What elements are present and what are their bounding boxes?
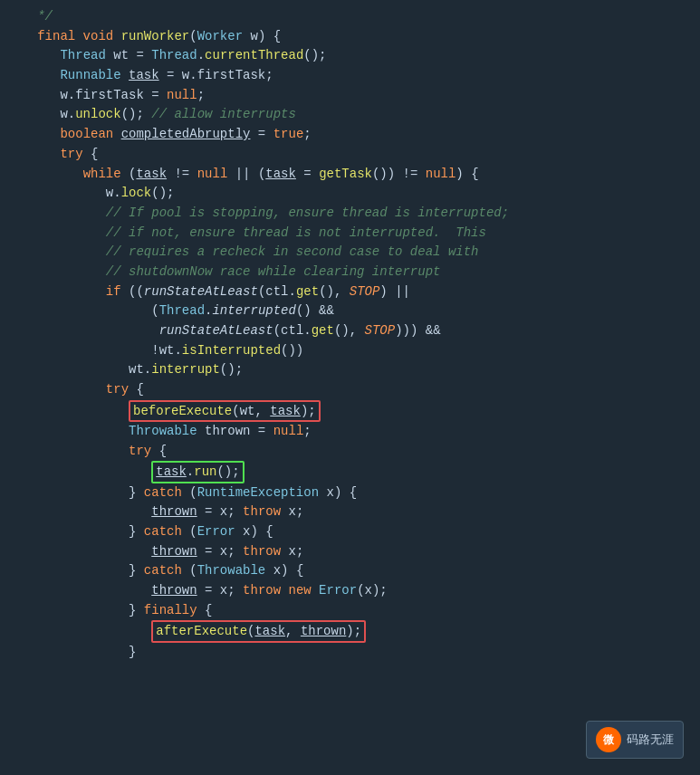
task-run-box: task.run(); bbox=[151, 461, 244, 483]
code-line-24: task.run(); bbox=[14, 461, 700, 483]
watermark-icon: 微 bbox=[596, 727, 621, 752]
code-line-3: Thread wt = Thread.currentThread(); bbox=[14, 46, 700, 66]
watermark: 微 码路无涯 bbox=[586, 721, 684, 759]
code-line-26: thrown = x; throw x; bbox=[14, 502, 700, 522]
code-line-28: thrown = x; throw x; bbox=[14, 542, 700, 562]
code-line-10: w.lock(); bbox=[14, 184, 700, 204]
code-line-5: w.firstTask = null; bbox=[14, 86, 700, 106]
code-line-11: // If pool is stopping, ensure thread is… bbox=[14, 204, 700, 224]
code-line-1: */ bbox=[14, 7, 700, 27]
after-execute-box: afterExecute(task, thrown); bbox=[151, 620, 366, 642]
before-execute-box: beforeExecute(wt, task); bbox=[129, 400, 321, 422]
code-line-8: try { bbox=[14, 145, 700, 165]
code-line-32: afterExecute(task, thrown); bbox=[14, 620, 700, 642]
code-line-19: wt.interrupt(); bbox=[14, 360, 700, 380]
code-line-14: // shutdownNow race while clearing inter… bbox=[14, 263, 700, 282]
code-line-13: // requires a recheck in second case to … bbox=[14, 243, 700, 263]
code-line-17: runStateAtLeast(ctl.get(), STOP))) && bbox=[14, 321, 700, 341]
code-line-31: } finally { bbox=[14, 601, 700, 621]
code-line-29: } catch (Throwable x) { bbox=[14, 561, 700, 581]
code-line-23: try { bbox=[14, 442, 700, 462]
code-line-21: beforeExecute(wt, task); bbox=[14, 400, 700, 422]
code-line-25: } catch (RuntimeException x) { bbox=[14, 483, 700, 503]
code-line-20: try { bbox=[14, 380, 700, 400]
code-line-9: while (task != null || (task = getTask()… bbox=[14, 165, 700, 185]
code-line-33: } bbox=[14, 643, 700, 663]
code-line-18: !wt.isInterrupted()) bbox=[14, 341, 700, 361]
code-line-22: Throwable thrown = null; bbox=[14, 422, 700, 442]
code-editor: */ final void runWorker(Worker w) { Thre… bbox=[0, 0, 700, 775]
code-line-6: w.unlock(); // allow interrupts bbox=[14, 105, 700, 125]
code-line-15: if ((runStateAtLeast(ctl.get(), STOP) || bbox=[14, 282, 700, 302]
code-line-16: (Thread.interrupted() && bbox=[14, 301, 700, 321]
code-line-12: // if not, ensure thread is not interrup… bbox=[14, 224, 700, 244]
code-line-7: boolean completedAbruptly = true; bbox=[14, 125, 700, 145]
code-line-4: Runnable task = w.firstTask; bbox=[14, 66, 700, 86]
code-line-2: final void runWorker(Worker w) { bbox=[14, 27, 700, 47]
code-line-30: thrown = x; throw new Error(x); bbox=[14, 581, 700, 601]
code-line-27: } catch (Error x) { bbox=[14, 522, 700, 542]
watermark-text: 码路无涯 bbox=[627, 732, 674, 748]
